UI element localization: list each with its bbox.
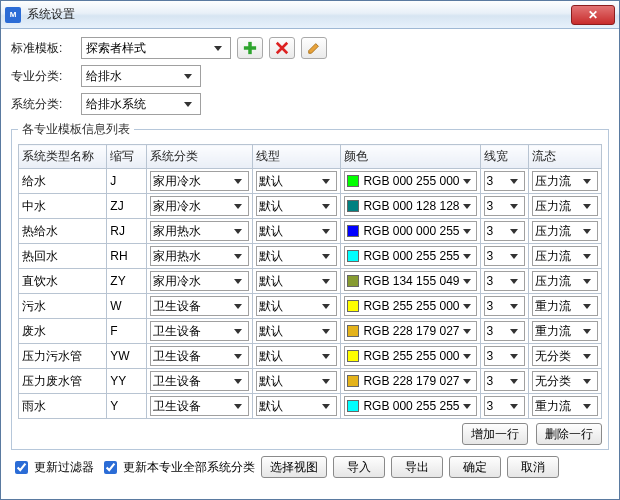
cell-abbr[interactable]: F — [107, 319, 147, 344]
cell-combo[interactable]: 3 — [484, 296, 526, 316]
cell-color: RGB 255 255 000 — [341, 344, 480, 369]
cell-combo[interactable]: 默认 — [256, 271, 337, 291]
edit-button[interactable] — [301, 37, 327, 59]
cell-combo[interactable]: 卫生设备 — [150, 296, 249, 316]
cell-combo[interactable]: 家用冷水 — [150, 171, 249, 191]
cell-combo[interactable]: RGB 228 179 027 — [344, 321, 476, 341]
cell-name[interactable]: 直饮水 — [19, 269, 107, 294]
update-all-sys-checkbox[interactable] — [104, 461, 117, 474]
cell-combo[interactable]: 压力流 — [532, 221, 598, 241]
cell-combo[interactable]: 压力流 — [532, 171, 598, 191]
cell-combo[interactable]: 重力流 — [532, 321, 598, 341]
cell-combo[interactable]: 3 — [484, 346, 526, 366]
cell-abbr[interactable]: YW — [107, 344, 147, 369]
color-swatch — [347, 175, 359, 187]
cell-combo[interactable]: 家用冷水 — [150, 271, 249, 291]
cell-combo[interactable]: 家用热水 — [150, 221, 249, 241]
add-row-button[interactable]: 增加一行 — [462, 423, 528, 445]
cell-combo[interactable]: 默认 — [256, 371, 337, 391]
cell-combo[interactable]: 默认 — [256, 171, 337, 191]
cell-combo[interactable]: RGB 255 255 000 — [344, 296, 476, 316]
cell-combo[interactable]: 家用热水 — [150, 246, 249, 266]
cell-name[interactable]: 污水 — [19, 294, 107, 319]
cell-combo[interactable]: RGB 000 255 255 — [344, 246, 476, 266]
cell-combo[interactable]: 压力流 — [532, 246, 598, 266]
import-button[interactable]: 导入 — [333, 456, 385, 478]
cell-combo[interactable]: 重力流 — [532, 296, 598, 316]
cell-combo[interactable]: 家用冷水 — [150, 196, 249, 216]
cell-name[interactable]: 热回水 — [19, 244, 107, 269]
cell-combo[interactable]: 无分类 — [532, 346, 598, 366]
cell-name[interactable]: 废水 — [19, 319, 107, 344]
cell-combo[interactable]: 3 — [484, 371, 526, 391]
update-filter-checkbox[interactable] — [15, 461, 28, 474]
color-swatch — [347, 400, 359, 412]
chevron-down-icon — [579, 346, 595, 366]
cell-combo[interactable]: 无分类 — [532, 371, 598, 391]
cell-combo[interactable]: 卫生设备 — [150, 396, 249, 416]
cell-combo[interactable]: 3 — [484, 171, 526, 191]
cell-abbr[interactable]: ZY — [107, 269, 147, 294]
cell-name[interactable]: 中水 — [19, 194, 107, 219]
ok-button[interactable]: 确定 — [449, 456, 501, 478]
delete-row-button[interactable]: 删除一行 — [536, 423, 602, 445]
chevron-down-icon — [230, 321, 246, 341]
cell-abbr[interactable]: J — [107, 169, 147, 194]
cell-combo[interactable]: 默认 — [256, 321, 337, 341]
template-combo[interactable]: 探索者样式 — [81, 37, 231, 59]
cell-combo[interactable]: RGB 228 179 027 — [344, 371, 476, 391]
cell-combo[interactable]: 默认 — [256, 296, 337, 316]
cell-combo[interactable]: 3 — [484, 396, 526, 416]
cell-combo[interactable]: 默认 — [256, 246, 337, 266]
cell-combo[interactable]: 压力流 — [532, 196, 598, 216]
cell-combo[interactable]: 3 — [484, 246, 526, 266]
cell-name[interactable]: 热给水 — [19, 219, 107, 244]
cell-combo[interactable]: 重力流 — [532, 396, 598, 416]
sys-combo[interactable]: 给排水系统 — [81, 93, 201, 115]
cell-combo[interactable]: 3 — [484, 271, 526, 291]
cell-combo[interactable]: 默认 — [256, 346, 337, 366]
cell-abbr[interactable]: Y — [107, 394, 147, 419]
chevron-down-icon — [318, 371, 334, 391]
cell-name[interactable]: 雨水 — [19, 394, 107, 419]
cell-name[interactable]: 压力废水管 — [19, 369, 107, 394]
cell-abbr[interactable]: ZJ — [107, 194, 147, 219]
add-button[interactable] — [237, 37, 263, 59]
cell-combo[interactable]: RGB 000 128 128 — [344, 196, 476, 216]
cell-abbr[interactable]: RH — [107, 244, 147, 269]
cell-abbr[interactable]: W — [107, 294, 147, 319]
cell-combo[interactable]: 3 — [484, 221, 526, 241]
table-row: 雨水Y卫生设备默认RGB 000 255 2553重力流 — [19, 394, 602, 419]
cell-value: 家用热水 — [153, 248, 201, 265]
cell-combo[interactable]: RGB 134 155 049 — [344, 271, 476, 291]
cell-name[interactable]: 压力污水管 — [19, 344, 107, 369]
cell-combo[interactable]: 卫生设备 — [150, 321, 249, 341]
cell-combo[interactable]: 默认 — [256, 196, 337, 216]
cell-abbr[interactable]: YY — [107, 369, 147, 394]
select-view-button[interactable]: 选择视图 — [261, 456, 327, 478]
update-filter-check[interactable]: 更新过滤器 — [11, 458, 94, 477]
cell-combo[interactable]: 卫生设备 — [150, 346, 249, 366]
cancel-button[interactable]: 取消 — [507, 456, 559, 478]
cell-combo[interactable]: 默认 — [256, 221, 337, 241]
cell-combo[interactable]: RGB 255 255 000 — [344, 346, 476, 366]
cell-combo[interactable]: 卫生设备 — [150, 371, 249, 391]
close-button[interactable]: ✕ — [571, 5, 615, 25]
cell-abbr[interactable]: RJ — [107, 219, 147, 244]
cell-value: 默认 — [259, 348, 283, 365]
cell-combo[interactable]: 3 — [484, 321, 526, 341]
cell-name[interactable]: 给水 — [19, 169, 107, 194]
major-combo[interactable]: 给排水 — [81, 65, 201, 87]
chevron-down-icon — [506, 396, 522, 416]
update-all-sys-check[interactable]: 更新本专业全部系统分类 — [100, 458, 255, 477]
cell-combo[interactable]: RGB 000 000 255 — [344, 221, 476, 241]
cell-value: RGB 000 255 000 — [363, 174, 459, 188]
cell-combo[interactable]: RGB 000 255 255 — [344, 396, 476, 416]
delete-button[interactable] — [269, 37, 295, 59]
cell-value: RGB 000 000 255 — [363, 224, 459, 238]
export-button[interactable]: 导出 — [391, 456, 443, 478]
cell-combo[interactable]: 3 — [484, 196, 526, 216]
cell-combo[interactable]: 压力流 — [532, 271, 598, 291]
cell-combo[interactable]: 默认 — [256, 396, 337, 416]
cell-combo[interactable]: RGB 000 255 000 — [344, 171, 476, 191]
